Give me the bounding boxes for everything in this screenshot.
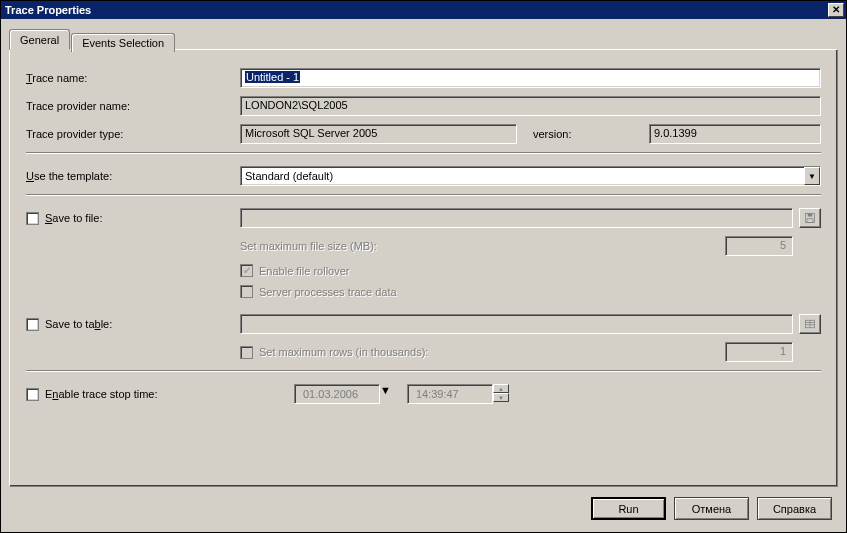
provider-name-box: LONDON2\SQL2005 (240, 96, 821, 116)
version-box: 9.0.1399 (649, 124, 821, 144)
table-icon (804, 318, 816, 330)
label-save-to-table: Save to table: (45, 318, 112, 330)
chevron-down-icon[interactable]: ▼ (804, 167, 820, 185)
save-table-box (240, 314, 793, 334)
help-button[interactable]: Справка (757, 497, 832, 520)
dialog-window: Trace Properties ✕ General Events Select… (0, 0, 847, 533)
run-button[interactable]: Run (591, 497, 666, 520)
trace-name-value: Untitled - 1 (245, 71, 300, 83)
save-file-path-box (240, 208, 793, 228)
trace-name-input[interactable]: Untitled - 1 (240, 68, 821, 88)
label-enable-rollover: Enable file rollover (259, 265, 350, 277)
label-trace-name: Trace name: (26, 72, 240, 84)
tab-general[interactable]: General (9, 29, 70, 50)
label-enable-stop-time: Enable trace stop time: (45, 388, 158, 400)
save-to-table-checkbox[interactable] (26, 318, 39, 331)
browse-file-button[interactable] (799, 208, 821, 228)
client-area: General Events Selection Trace name: Unt… (1, 19, 846, 532)
tab-general-label: General (20, 34, 59, 46)
close-icon: ✕ (832, 5, 840, 15)
max-rows-value: 1 (780, 345, 786, 357)
tab-panel-general: Trace name: Untitled - 1 Trace provider … (9, 49, 838, 487)
stop-time-picker: 14:39:47 ▲ ▼ (407, 384, 509, 404)
enable-stop-time-checkbox[interactable] (26, 388, 39, 401)
svg-rect-1 (808, 214, 813, 217)
template-combo[interactable]: Standard (default) ▼ (240, 166, 821, 186)
enable-rollover-checkbox: ✔ (240, 264, 253, 277)
max-file-size-value: 5 (780, 239, 786, 251)
stop-date-value: 01.03.2006 (299, 388, 375, 400)
label-server-processes: Server processes trace data (259, 286, 397, 298)
label-max-file-size: Set maximum file size (MB): (240, 240, 725, 252)
provider-name-value: LONDON2\SQL2005 (245, 99, 348, 111)
chevron-down-icon: ▼ (380, 384, 391, 404)
provider-type-value: Microsoft SQL Server 2005 (245, 127, 377, 139)
server-processes-checkbox (240, 285, 253, 298)
separator (26, 194, 821, 196)
button-bar: Run Отмена Справка (9, 487, 838, 524)
save-icon (804, 212, 816, 224)
stop-time-value: 14:39:47 (412, 388, 488, 400)
max-rows-checkbox (240, 346, 253, 359)
tab-events-selection[interactable]: Events Selection (71, 33, 175, 52)
max-rows-box: 1 (725, 342, 793, 362)
tabstrip: General Events Selection (9, 27, 838, 49)
svg-rect-2 (807, 219, 813, 223)
provider-type-box: Microsoft SQL Server 2005 (240, 124, 517, 144)
version-value: 9.0.1399 (654, 127, 697, 139)
label-version: version: (523, 128, 643, 140)
separator (26, 370, 821, 372)
save-to-file-row: Save to file: (26, 212, 240, 225)
save-to-table-row: Save to table: (26, 318, 240, 331)
window-title: Trace Properties (5, 4, 828, 16)
tab-events-label: Events Selection (82, 37, 164, 49)
max-file-size-box: 5 (725, 236, 793, 256)
label-max-rows: Set maximum rows (in thousands): (259, 346, 725, 358)
save-to-file-checkbox[interactable] (26, 212, 39, 225)
close-button[interactable]: ✕ (828, 3, 844, 17)
titlebar: Trace Properties ✕ (1, 1, 846, 19)
cancel-button[interactable]: Отмена (674, 497, 749, 520)
spin-up-icon: ▲ (493, 384, 509, 393)
template-value: Standard (default) (241, 168, 804, 184)
label-use-template: Use the template: (26, 170, 240, 182)
browse-table-button[interactable] (799, 314, 821, 334)
label-save-to-file: Save to file: (45, 212, 102, 224)
spin-down-icon: ▼ (493, 393, 509, 402)
label-provider-type: Trace provider type: (26, 128, 240, 140)
label-provider-name: Trace provider name: (26, 100, 240, 112)
separator (26, 152, 821, 154)
stop-date-picker: 01.03.2006 ▼ (294, 384, 391, 404)
